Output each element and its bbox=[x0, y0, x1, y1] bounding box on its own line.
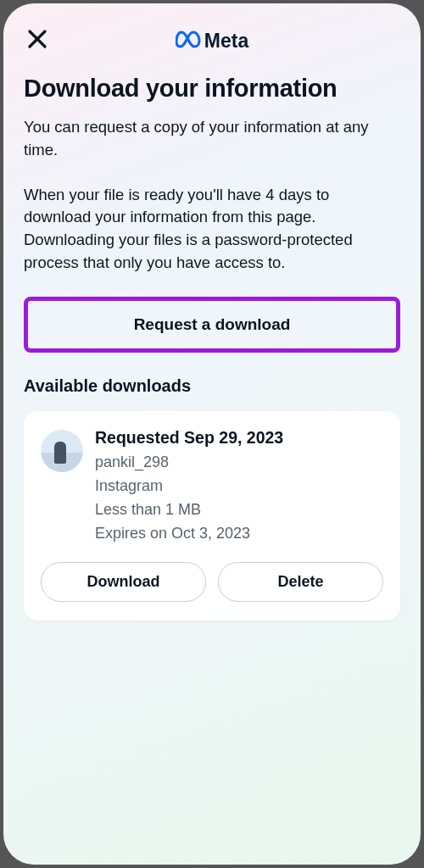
description-para-2: When your file is ready you'll have 4 da… bbox=[24, 186, 353, 271]
download-info-screen: Meta Download your information You can r… bbox=[3, 3, 421, 865]
download-card: Requested Sep 29, 2023 pankil_298 Instag… bbox=[24, 411, 400, 621]
description-para-1: You can request a copy of your informati… bbox=[24, 118, 369, 159]
download-button[interactable]: Download bbox=[41, 562, 206, 602]
close-icon[interactable] bbox=[25, 27, 49, 54]
download-expiry: Expires on Oct 3, 2023 bbox=[95, 522, 383, 546]
delete-button[interactable]: Delete bbox=[218, 562, 383, 602]
download-username: pankil_298 bbox=[95, 451, 383, 475]
request-download-button[interactable]: Request a download bbox=[24, 297, 400, 353]
download-info: Requested Sep 29, 2023 pankil_298 Instag… bbox=[95, 428, 383, 546]
brand-name: Meta bbox=[204, 30, 248, 53]
meta-logo-icon bbox=[176, 30, 201, 52]
download-platform: Instagram bbox=[95, 475, 383, 498]
header-bar: Meta bbox=[24, 22, 400, 59]
brand-logo: Meta bbox=[176, 30, 248, 53]
download-title: Requested Sep 29, 2023 bbox=[95, 428, 383, 448]
download-size: Less than 1 MB bbox=[95, 498, 383, 522]
description-text: You can request a copy of your informati… bbox=[24, 116, 400, 275]
available-downloads-title: Available downloads bbox=[24, 376, 400, 396]
avatar bbox=[41, 430, 83, 472]
page-title: Download your information bbox=[24, 75, 400, 103]
